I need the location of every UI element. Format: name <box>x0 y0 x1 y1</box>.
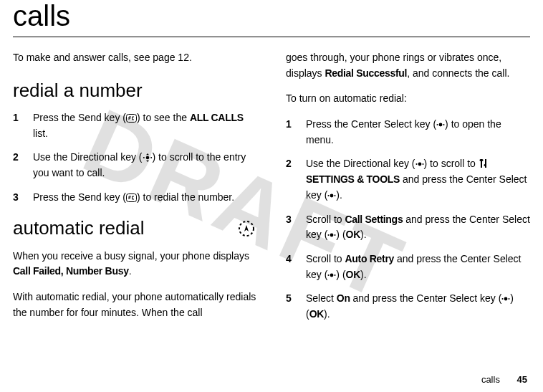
text: When you receive a busy signal, your pho… <box>13 250 249 262</box>
step-number: 3 <box>286 212 306 243</box>
list-item: 4 Scroll to Auto Retry and press the Cen… <box>286 252 530 282</box>
column-left: To make and answer calls, see page 12. r… <box>13 50 257 331</box>
bold-text: ALL CALLS <box>190 112 244 123</box>
text: , and connects the call. <box>407 67 509 79</box>
text: ). <box>336 189 342 201</box>
two-column-body: To make and answer calls, see page 12. r… <box>13 50 530 331</box>
text: Press the Center Select key ( <box>306 118 436 130</box>
center-select-icon <box>415 160 424 168</box>
bold-text: SETTINGS & TOOLS <box>306 173 400 185</box>
text: Press the Send key ( <box>33 191 126 203</box>
list-item: 5 Select On and press the Center Select … <box>286 291 530 322</box>
step-number: 1 <box>13 110 33 141</box>
text: Scroll to <box>306 253 345 264</box>
step-number: 1 <box>286 117 306 148</box>
auto-p3: goes through, your phone rings or vibrat… <box>286 50 530 81</box>
step-body: Scroll to Call Settings and press the Ce… <box>306 212 530 243</box>
list-item: 2 Use the Directional key () to scroll t… <box>13 150 257 181</box>
text: list. <box>33 128 48 139</box>
svg-point-9 <box>418 163 421 166</box>
text: ). <box>360 269 367 280</box>
column-right: goes through, your phone rings or vibrat… <box>286 50 530 331</box>
send-key-icon <box>126 114 137 123</box>
title-rule <box>13 37 530 37</box>
bold-text: Call Failed, Number Busy <box>13 265 129 277</box>
step-body: Press the Send key () to see the ALL CAL… <box>33 110 257 141</box>
text: and press the Center Select key ( <box>350 292 502 304</box>
text: ) ( <box>336 269 345 280</box>
svg-point-18 <box>330 273 334 277</box>
svg-point-21 <box>504 297 508 301</box>
text: ) to redial the number. <box>137 191 234 203</box>
directional-key-icon <box>143 153 153 162</box>
svg-point-1 <box>145 156 149 160</box>
footer-page-number: 45 <box>517 374 527 385</box>
list-item: 2 Use the Directional key () to scroll t… <box>286 156 530 203</box>
auto-steps: 1 Press the Center Select key () to open… <box>286 117 530 322</box>
page-title: calls <box>13 0 530 32</box>
bold-text: Call Settings <box>345 214 403 225</box>
text: Use the Directional key ( <box>33 151 143 163</box>
list-item: 3 Press the Send key () to redial the nu… <box>13 190 257 206</box>
page-footer: calls 45 <box>481 374 527 385</box>
intro-text: To make and answer calls, see page 12. <box>13 50 257 66</box>
step-number: 2 <box>286 156 306 203</box>
redial-steps: 1 Press the Send key () to see the ALL C… <box>13 110 257 205</box>
center-select-icon <box>327 231 336 239</box>
list-item: 3 Scroll to Call Settings and press the … <box>286 212 530 243</box>
ok-label: OK <box>346 269 360 280</box>
svg-point-6 <box>439 123 443 127</box>
text: ) to scroll to <box>424 158 479 169</box>
step-body: Scroll to Auto Retry and press the Cente… <box>306 252 530 282</box>
center-select-icon <box>327 191 336 200</box>
settings-tools-icon <box>479 158 487 168</box>
text: Press the Send key ( <box>33 112 126 123</box>
text: Scroll to <box>306 214 345 225</box>
text: ) to see the <box>137 112 190 123</box>
list-item: 1 Press the Center Select key () to open… <box>286 117 530 148</box>
text: ). <box>324 308 330 320</box>
svg-point-22 <box>502 298 504 300</box>
send-key-icon <box>126 193 137 202</box>
step-body: Press the Center Select key () to open t… <box>306 117 530 148</box>
step-number: 4 <box>286 252 306 282</box>
svg-point-3 <box>150 157 152 158</box>
svg-rect-4 <box>126 193 136 201</box>
step-body: Press the Send key () to redial the numb… <box>33 190 257 206</box>
step-number: 2 <box>13 150 33 181</box>
heading-auto-redial: automatic redial <box>13 214 145 242</box>
ok-label: OK <box>309 308 324 320</box>
auto-redial-icon <box>236 218 257 239</box>
auto-p1: When you receive a busy signal, your pho… <box>13 249 257 279</box>
auto-p2: With automatic redial, your phone automa… <box>13 290 257 320</box>
bold-text: Auto Retry <box>345 253 394 264</box>
svg-point-13 <box>328 195 330 196</box>
text: ). <box>360 229 367 240</box>
bold-text: Redial Successful <box>325 67 407 79</box>
svg-rect-0 <box>126 114 136 122</box>
center-select-icon <box>327 271 336 279</box>
center-select-icon <box>501 295 510 303</box>
list-item: 1 Press the Send key () to see the ALL C… <box>13 110 257 141</box>
svg-point-7 <box>437 124 438 125</box>
svg-point-16 <box>328 234 330 236</box>
step-body: Use the Directional key () to scroll to … <box>306 156 530 203</box>
text: Use the Directional key ( <box>306 158 415 169</box>
step-number: 5 <box>286 291 306 322</box>
footer-label: calls <box>481 374 500 385</box>
svg-point-10 <box>415 163 417 165</box>
center-select-icon <box>436 120 445 129</box>
text: . <box>129 265 132 277</box>
text: ) ( <box>336 229 345 240</box>
svg-point-12 <box>330 193 334 197</box>
auto-p4: To turn on automatic redial: <box>286 91 530 107</box>
heading-redial: redial a number <box>13 76 257 105</box>
step-number: 3 <box>13 190 33 206</box>
text: Select <box>306 292 337 304</box>
bold-text: On <box>337 292 350 304</box>
svg-point-19 <box>328 274 330 276</box>
ok-label: OK <box>346 229 360 240</box>
step-body: Select On and press the Center Select ke… <box>306 291 530 322</box>
svg-point-15 <box>330 234 334 237</box>
svg-point-2 <box>143 157 144 158</box>
